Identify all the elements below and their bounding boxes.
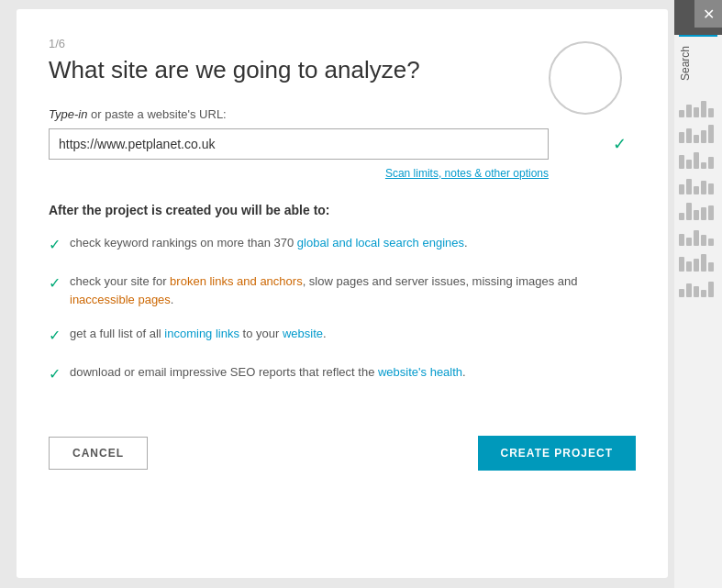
feature-item-1: ✓ check keyword rankings on more than 37… xyxy=(49,234,636,256)
bar xyxy=(694,135,699,143)
url-label: Type-in or paste a website's URL: xyxy=(49,107,636,121)
bar xyxy=(679,155,684,169)
bar-group-4 xyxy=(679,176,717,194)
bar-group-7 xyxy=(679,253,717,272)
close-button[interactable]: ✕ xyxy=(694,0,722,28)
bar xyxy=(686,128,692,143)
bar xyxy=(679,213,684,220)
bar xyxy=(694,186,699,194)
feature-list: ✓ check keyword rankings on more than 37… xyxy=(49,234,636,385)
right-panel: ⚙ Search xyxy=(674,0,722,588)
feature-text-1: check keyword rankings on more than 370 … xyxy=(70,234,468,252)
feature-text-2: check your site for broken links and anc… xyxy=(70,272,636,308)
bar xyxy=(686,203,692,220)
bar xyxy=(686,261,692,272)
bar xyxy=(701,162,706,169)
bar xyxy=(708,183,714,194)
feature-item-2: ✓ check your site for broken links and a… xyxy=(49,272,636,308)
cancel-button[interactable]: CANCEL xyxy=(49,437,148,470)
feature-text-3: get a full list of all incoming links to… xyxy=(70,325,327,343)
bar xyxy=(708,157,714,169)
feature-text-4: download or email impressive SEO reports… xyxy=(70,363,466,382)
search-label: Search xyxy=(674,37,696,90)
bar xyxy=(708,108,714,117)
bar xyxy=(679,184,684,194)
bar xyxy=(686,238,692,246)
url-input-wrapper: ✓ xyxy=(49,128,636,160)
bar xyxy=(701,101,706,117)
progress-circle xyxy=(549,41,622,115)
bar xyxy=(694,152,699,169)
check-icon-2: ✓ xyxy=(49,272,61,294)
bar xyxy=(686,179,692,194)
type-in-text: Type-in xyxy=(49,107,87,121)
check-icon-3: ✓ xyxy=(49,325,61,347)
bar xyxy=(694,210,699,220)
bar-chart-panel xyxy=(674,94,722,309)
bar xyxy=(694,230,699,246)
check-icon-4: ✓ xyxy=(49,363,61,385)
bar xyxy=(701,181,706,194)
bar xyxy=(679,289,684,297)
features-section: After the project is created you will be… xyxy=(49,203,636,385)
bar xyxy=(679,234,684,246)
modal-footer: CANCEL CREATE PROJECT xyxy=(49,422,636,471)
url-input[interactable] xyxy=(49,128,549,160)
bar xyxy=(686,105,692,117)
feature-item-4: ✓ download or email impressive SEO repor… xyxy=(49,363,636,385)
url-label-rest: or paste a website's URL: xyxy=(87,107,226,121)
bar xyxy=(694,259,699,272)
bar-group-2 xyxy=(679,125,717,143)
bar xyxy=(701,207,706,220)
bar xyxy=(679,257,684,272)
bar xyxy=(679,110,684,117)
bar xyxy=(708,205,714,220)
bar xyxy=(694,286,699,297)
bar xyxy=(686,283,692,297)
create-project-button[interactable]: CREATE PROJECT xyxy=(478,436,636,471)
bar-group-5 xyxy=(679,202,717,220)
bar xyxy=(694,107,699,117)
step-indicator: 1/6 xyxy=(49,37,636,50)
bar xyxy=(686,160,692,169)
bar-group-3 xyxy=(679,150,717,169)
bar xyxy=(679,132,684,143)
check-icon-1: ✓ xyxy=(49,234,61,256)
check-icon: ✓ xyxy=(613,134,627,154)
url-section: Type-in or paste a website's URL: ✓ Scan… xyxy=(49,107,636,180)
bar xyxy=(701,290,706,297)
feature-item-3: ✓ get a full list of all incoming links … xyxy=(49,325,636,347)
modal-dialog: 1/6 What site are we going to analyze? T… xyxy=(17,9,668,578)
bar-group-8 xyxy=(679,279,717,297)
modal-title: What site are we going to analyze? xyxy=(49,56,636,84)
bar xyxy=(708,262,714,272)
features-title: After the project is created you will be… xyxy=(49,203,636,217)
bar xyxy=(708,282,714,297)
bar xyxy=(701,130,706,143)
bar xyxy=(708,239,714,246)
bar-group-6 xyxy=(679,227,717,246)
bar xyxy=(708,125,714,143)
bar xyxy=(701,235,706,246)
scan-limits-link[interactable]: Scan limits, notes & other options xyxy=(49,167,549,180)
bar xyxy=(701,254,706,272)
bar-group-1 xyxy=(679,99,717,117)
